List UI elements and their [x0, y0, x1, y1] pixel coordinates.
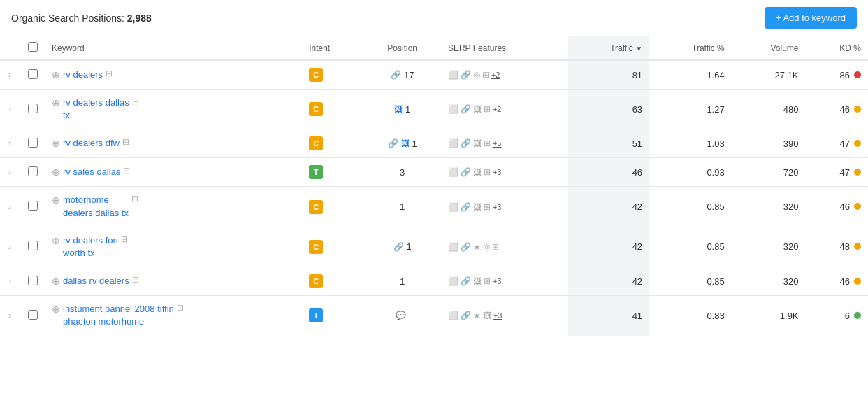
- keyword-line2: phaeton motorhome: [63, 315, 174, 328]
- select-all-checkbox[interactable]: [28, 42, 38, 52]
- traffic-cell: 42: [568, 227, 649, 267]
- save-icon: ⊟: [123, 166, 130, 176]
- add-to-keyword-button[interactable]: + Add to keyword: [765, 7, 857, 29]
- plus-icon: ⊕: [52, 166, 60, 178]
- keyword-link-2[interactable]: phaeton motorhome: [63, 316, 144, 327]
- serp-icons: ⬜🔗🖼⊞+2: [448, 104, 561, 114]
- col-serp: SERP Features: [441, 36, 568, 60]
- keyword-cell: ⊕ rv sales dallas ⊟: [52, 166, 295, 178]
- keyword-link[interactable]: rv dealers fort: [63, 235, 118, 246]
- position-cell: 💬: [363, 296, 441, 336]
- save-icon: ⊟: [132, 275, 139, 285]
- traffic-pct-cell: 0.85: [649, 187, 732, 227]
- position-cell: 🔗17: [363, 60, 441, 90]
- kd-cell: 46: [806, 267, 868, 296]
- expand-button[interactable]: ›: [7, 275, 13, 287]
- traffic-pct-cell: 0.93: [649, 158, 732, 187]
- keyword-link[interactable]: motorhome: [63, 194, 109, 205]
- traffic-cell: 51: [568, 129, 649, 158]
- table-row: › ⊕ rv dealers fortworth tx ⊟ C🔗1⬜🔗★◎⊞42…: [0, 227, 868, 267]
- traffic-cell: 63: [568, 90, 649, 129]
- intent-badge: C: [309, 136, 323, 150]
- keyword-line1: rv dealers dallas: [63, 97, 129, 109]
- save-icon: ⊟: [121, 234, 128, 244]
- plus-icon: ⊕: [52, 276, 60, 287]
- expand-button[interactable]: ›: [7, 241, 13, 253]
- traffic-pct-cell: 1.64: [649, 60, 732, 90]
- expand-button[interactable]: ›: [7, 201, 13, 213]
- save-icon: ⊟: [132, 97, 139, 106]
- keyword-link-2[interactable]: dealers dallas tx: [63, 208, 129, 218]
- col-intent: Intent: [302, 36, 363, 60]
- position-cell: 1: [363, 267, 441, 296]
- col-traffic[interactable]: Traffic ▼: [568, 36, 649, 60]
- intent-badge: C: [309, 240, 323, 254]
- keyword-link[interactable]: rv dealers dallas: [63, 97, 129, 108]
- plus-icon: ⊕: [52, 194, 60, 206]
- serp-features-cell: ⬜🔗★◎⊞: [441, 227, 568, 267]
- expand-button[interactable]: ›: [7, 103, 13, 115]
- row-checkbox[interactable]: [28, 69, 38, 79]
- row-checkbox[interactable]: [28, 138, 38, 148]
- expand-button[interactable]: ›: [7, 137, 13, 150]
- keyword-link[interactable]: rv dealers: [63, 69, 103, 81]
- kd-dot: [854, 312, 861, 319]
- row-checkbox[interactable]: [28, 201, 38, 211]
- kd-dot: [854, 106, 861, 113]
- serp-features-cell: ⬜🔗🖼⊞+2: [441, 90, 568, 129]
- save-icon: ⊟: [131, 194, 138, 204]
- row-checkbox[interactable]: [28, 104, 38, 113]
- position-number: 1: [405, 104, 410, 115]
- intent-badge: I: [309, 308, 323, 322]
- keyword-line2: tx: [63, 109, 129, 122]
- position-value: 1: [370, 201, 434, 212]
- position-value: 🔗🖼1: [370, 138, 434, 149]
- keyword-link-2[interactable]: worth tx: [63, 248, 95, 258]
- serp-features-cell: ⬜🔗🖼⊞+3: [441, 187, 568, 227]
- expand-button[interactable]: ›: [7, 69, 13, 81]
- row-checkbox[interactable]: [28, 166, 38, 176]
- volume-cell: 1.9K: [732, 296, 806, 336]
- position-cell: 1: [363, 187, 441, 227]
- volume-cell: 390: [732, 129, 806, 158]
- kd-cell: 6: [806, 296, 868, 336]
- position-link-icon: 🔗: [388, 138, 398, 148]
- keyword-cell: ⊕ rv dealers dallastx ⊟: [52, 97, 295, 122]
- traffic-cell: 81: [568, 60, 649, 90]
- position-link-icon: 🔗: [393, 242, 404, 252]
- volume-cell: 480: [732, 90, 806, 129]
- volume-cell: 320: [732, 267, 806, 296]
- expand-button[interactable]: ›: [7, 166, 13, 178]
- kd-dot: [854, 243, 861, 250]
- row-checkbox[interactable]: [28, 241, 38, 250]
- table-row: › ⊕ dallas rv dealers ⊟ C1⬜🔗🖼⊞+3420.8532…: [0, 267, 868, 296]
- kd-cell: 46: [806, 187, 868, 227]
- row-checkbox[interactable]: [28, 276, 38, 285]
- traffic-cell: 42: [568, 267, 649, 296]
- keyword-line1: motorhome: [63, 194, 129, 206]
- row-checkbox[interactable]: [28, 310, 38, 320]
- kd-dot: [854, 140, 861, 147]
- traffic-pct-cell: 1.03: [649, 129, 732, 158]
- position-cell: 🔗1: [363, 227, 441, 267]
- keyword-link[interactable]: dallas rv dealers: [63, 275, 129, 287]
- kd-dot: [854, 203, 861, 210]
- serp-icons: ⬜🔗🖼⊞+3: [448, 202, 561, 212]
- keyword-link[interactable]: rv sales dallas: [63, 166, 120, 178]
- keyword-link-2[interactable]: tx: [63, 110, 70, 120]
- plus-icon: ⊕: [52, 97, 60, 108]
- position-chat-icon: 💬: [396, 311, 406, 320]
- intent-badge: C: [309, 68, 323, 82]
- position-value: 🖼1: [370, 104, 434, 115]
- intent-cell: C: [302, 187, 363, 227]
- kd-value: 46: [840, 201, 850, 212]
- serp-icons: ⬜🔗★◎⊞: [448, 242, 561, 252]
- kd-cell: 48: [806, 227, 868, 267]
- intent-cell: C: [302, 129, 363, 158]
- expand-button[interactable]: ›: [7, 309, 13, 322]
- intent-badge: C: [309, 274, 323, 288]
- keyword-cell: ⊕ motorhomedealers dallas tx ⊟: [52, 194, 295, 219]
- keyword-link[interactable]: rv dealers dfw: [63, 137, 120, 150]
- col-keyword: Keyword: [45, 36, 302, 60]
- keyword-link[interactable]: instument pannel 2008 tiffin: [63, 304, 174, 314]
